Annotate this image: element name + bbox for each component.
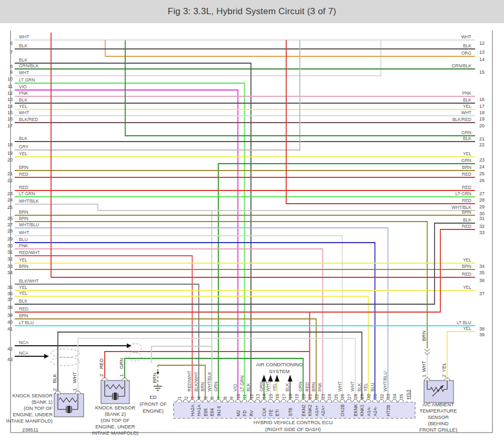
ecu-pin-name: A1A- — [366, 406, 371, 416]
ecu-pin-number: 7 — [216, 396, 221, 399]
left-pin-number: 35 — [7, 285, 13, 290]
ecu-pin-number: 16 — [275, 394, 280, 399]
rotated-label: BLK — [52, 373, 57, 383]
left-pin-color-label: YEL — [19, 257, 27, 263]
left-pin-number: 24 — [7, 197, 13, 203]
left-pin-color-label: BRN — [19, 313, 28, 318]
right-pin-number: 23 — [479, 157, 485, 163]
connector-pin-bump — [281, 399, 286, 402]
connector-pin-bump — [392, 399, 397, 402]
ecu-pin-number: 24 — [327, 394, 332, 399]
arrowhead — [127, 344, 132, 348]
ecu-wire-color-label: BLK — [285, 383, 290, 392]
left-pin-number: 43 — [7, 357, 13, 362]
ecu-pin-name: KNK1 — [359, 405, 365, 416]
left-pin-color-label: LT BLU — [19, 320, 34, 325]
left-pin-color-label: YEL — [19, 104, 27, 109]
left-pin-color-label: WHT/BLU — [19, 222, 39, 227]
left-pin-number: 28 — [7, 228, 13, 234]
connector-pin-bump — [294, 399, 299, 402]
ecu-wire-color-label: BLU — [370, 383, 375, 392]
caption-line: ENGINE) — [143, 408, 164, 414]
left-pin-number: 36 — [7, 291, 13, 296]
left-pin-color-label: YEL — [19, 285, 27, 290]
arrowhead — [261, 375, 266, 382]
shield-oval — [129, 353, 142, 361]
rotated-label: 2 — [441, 375, 447, 377]
ecu-pin-number: 20 — [301, 394, 306, 399]
left-pin-number: 34 — [7, 270, 13, 275]
caption-line: ENGINE, UNDER — [13, 412, 53, 417]
left-pin-number: 42 — [7, 346, 13, 352]
right-pin-color-label: YEL — [463, 151, 471, 156]
left-pin-color-label: LT GRN — [19, 191, 35, 196]
connector-pin-bump — [268, 399, 273, 402]
caption-line: HYBRID VEHICLE CONTROL ECU — [254, 419, 333, 425]
left-pin-number: 11 — [8, 84, 13, 89]
ecu-pin-number: 17 — [281, 394, 287, 399]
left-pin-color-label: BLK — [19, 43, 27, 48]
connector-pin-bump — [102, 378, 107, 380]
left-pin-number: 15 — [7, 110, 13, 115]
ecu-pin-number: 10 — [236, 394, 241, 399]
ecu-pin-number: 8 — [223, 396, 228, 399]
ecu-pin-number: 34 — [392, 394, 397, 399]
knock1-box — [54, 394, 84, 417]
right-pin-color-label: BRN — [462, 209, 471, 215]
left-pin-number: 40 — [7, 319, 13, 325]
left-pin-number: 12 — [7, 91, 13, 96]
rotated-label: HS3 — [405, 390, 411, 399]
arrowhead — [275, 375, 279, 382]
wire-blk — [15, 63, 251, 399]
right-pin-number: 34 — [479, 264, 485, 269]
caption-line: KNOCK SENSOR — [95, 405, 136, 410]
connector-pin-bump — [359, 399, 365, 402]
left-pin-number: 16 — [7, 116, 13, 122]
right-pin-color-label: GRN — [461, 130, 471, 135]
caption-line: (BANK 2) — [105, 411, 126, 417]
left-pin-number: 20 — [7, 157, 13, 163]
connector-pin-bump — [327, 399, 332, 402]
ecu-pin-number: 29 — [359, 394, 365, 399]
right-pin-color-label: YEL — [463, 257, 471, 263]
connector-pin-bump — [379, 399, 384, 402]
rotated-label: RED — [98, 358, 104, 369]
connector-pin-bump — [196, 399, 201, 402]
ecu-pin-name: EKN2 — [301, 405, 306, 416]
ecu-pin-number: 14 — [261, 394, 267, 399]
left-pin-color-label: WHT/BLK — [19, 198, 39, 204]
ecu-pin-name: A1A+ — [314, 405, 319, 416]
ecu-wire-color-label: GRN — [259, 382, 264, 392]
ecu-pin-number: 18 — [288, 394, 293, 399]
right-pin-number: 17 — [479, 104, 485, 109]
rotated-label: BRN — [421, 330, 427, 341]
caption-line: SYSTEM — [269, 368, 289, 374]
left-pin-color-label: VIO — [19, 84, 27, 89]
arrowhead — [268, 375, 273, 382]
caption-line: SENSOR — [428, 414, 449, 420]
shield-oval — [51, 357, 79, 366]
ecu-pin-number: 33 — [386, 394, 391, 399]
rotated-label: 1 — [421, 375, 427, 377]
rotated-label: WHT — [421, 360, 427, 372]
page-title: Fig 3: 3.3L, Hybrid System Circuit (3 of… — [168, 6, 336, 17]
left-pin-color-label: RED/WHT — [19, 250, 40, 255]
ecu-pin-number: 35 — [399, 394, 404, 399]
connector-pin-bump — [122, 378, 127, 380]
connector-pin-bump — [242, 399, 247, 402]
left-pin-color-label: RED — [19, 185, 28, 190]
ecu-pin-name: KNK2 — [307, 405, 313, 416]
ecu-pin-number: 28 — [353, 394, 358, 399]
right-pin-number: 39 — [479, 332, 485, 337]
rotated-label: 1 — [72, 388, 77, 391]
ecu-wire-color-label: BRN — [200, 382, 205, 392]
rotated-label: GRN — [118, 358, 124, 369]
caption-line: INTAKE MANIFOLD) — [92, 430, 139, 436]
ecu-wire-color-label: BLK/WHT — [194, 372, 199, 392]
ecu-pin-number: 13 — [255, 394, 260, 399]
ecu-wire-color-label: GRN — [298, 382, 303, 392]
left-pin-number: 14 — [7, 104, 13, 109]
right-pin-number: 33 — [479, 230, 485, 235]
ecu-pin-number: 9 — [229, 396, 234, 399]
right-pin-number: 16 — [479, 97, 485, 102]
